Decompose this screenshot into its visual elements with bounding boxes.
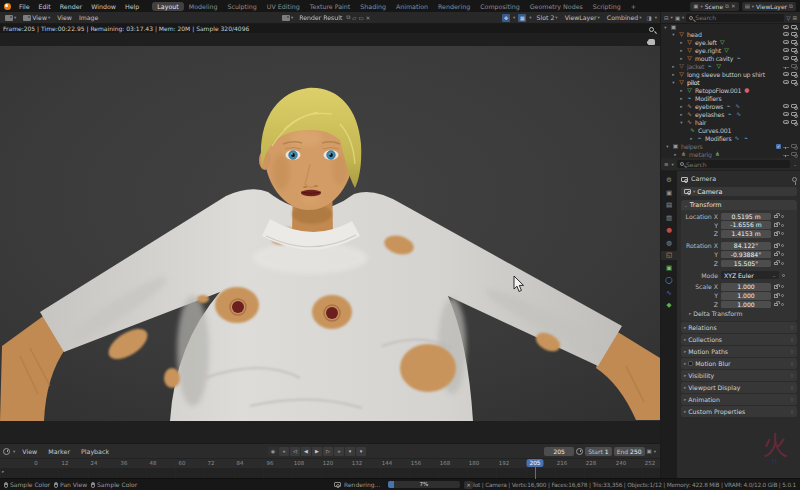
scene-selector[interactable]: ▣ ▾ Scene ⧉ ✕ [690, 2, 738, 11]
tab-data[interactable]: ◆ [661, 301, 677, 310]
camera-toggle-icon[interactable] [791, 104, 797, 109]
eye-icon[interactable] [783, 112, 789, 116]
eye-icon[interactable] [783, 56, 789, 60]
mode-selector[interactable]: View ▾ [21, 13, 52, 23]
disclosure-icon[interactable]: ▸ [679, 112, 684, 117]
drag-handle-icon[interactable]: ⠿ [790, 409, 794, 415]
tab-texture-paint[interactable]: Texture Paint [305, 2, 356, 11]
pass-selector[interactable]: Combined ▾ [605, 13, 644, 23]
pin-icon[interactable] [792, 177, 797, 182]
location-y-field[interactable]: -1.6556 m [721, 221, 771, 229]
lock-icon[interactable] [774, 223, 778, 227]
menu-help[interactable]: Help [121, 3, 143, 10]
editor-type-button[interactable]: ▾ [3, 13, 18, 23]
scale-y-field[interactable]: 1.000 [721, 292, 771, 300]
camera-toggle-icon[interactable] [791, 25, 797, 30]
disclosure-icon[interactable]: ▸ [671, 64, 676, 69]
scale-z-field[interactable]: 1.000 [721, 301, 771, 309]
folder-icon[interactable]: ▭ [359, 15, 364, 21]
tab-world[interactable]: ◍ [661, 239, 677, 248]
timeline-menu-playback[interactable]: Playback [77, 448, 113, 455]
lock-icon[interactable] [774, 262, 778, 266]
filter-icon[interactable]: ▽ [786, 15, 790, 21]
sync-dropdown[interactable]: ▾ [345, 447, 355, 456]
eye-icon[interactable] [783, 120, 789, 124]
eye-icon[interactable] [783, 104, 789, 108]
outliner-row[interactable]: ▸ ▽ eye.left ▽ [661, 38, 800, 46]
lock-icon[interactable] [774, 253, 778, 257]
scale-x-field[interactable]: 1.000 [721, 283, 771, 291]
tab-object[interactable]: ◱ [661, 251, 677, 260]
rotation-x-field[interactable]: 84.122° [721, 242, 771, 250]
jump-to-start-button[interactable]: « [279, 447, 289, 456]
camera-toggle-icon[interactable] [791, 144, 797, 149]
blender-logo-icon[interactable] [4, 3, 11, 10]
outliner-search[interactable] [686, 14, 784, 22]
location-x-field[interactable]: 0.5195 m [721, 213, 771, 221]
play-button[interactable]: ▶ [312, 447, 322, 456]
tab-compositing[interactable]: Compositing [475, 2, 524, 11]
panel-custom-properties[interactable]: ▸ Custom Properties ⠿ [681, 406, 797, 417]
disclosure-icon[interactable]: ▾ [671, 80, 676, 85]
disclosure-icon[interactable]: ▸ [679, 56, 684, 61]
drag-handle-icon[interactable]: ⠿ [790, 373, 794, 379]
camera-toggle-icon[interactable] [791, 80, 797, 85]
disclosure-icon[interactable]: ▸ [673, 152, 678, 157]
panel-animation[interactable]: ▸ Animation ⠿ [681, 394, 797, 405]
location-z-field[interactable]: 1.4153 m [721, 230, 771, 238]
disclosure-icon[interactable]: ▸ [679, 48, 684, 53]
panel-visibility[interactable]: ▸ Visibility ⠿ [681, 370, 797, 381]
lock-icon[interactable] [774, 215, 778, 219]
tab-view-layer[interactable]: ▥ [661, 214, 677, 223]
eye-icon[interactable] [783, 80, 789, 84]
disclosure-icon[interactable]: ▾ [663, 25, 668, 30]
outliner-row[interactable]: ▸ ▽ RetopoFlow.001 ● [661, 86, 800, 94]
tab-uv-editing[interactable]: UV Editing [262, 2, 305, 11]
lock-icon[interactable] [774, 232, 778, 236]
camera-toggle-icon[interactable] [791, 48, 797, 53]
tab-modeling[interactable]: Modeling [184, 2, 223, 11]
add-workspace-button[interactable]: + [626, 2, 641, 11]
lock-icon[interactable] [774, 244, 778, 248]
camera-toggle-icon[interactable] [791, 40, 797, 45]
properties-search-input[interactable] [686, 161, 787, 168]
prev-keyframe-button[interactable]: ◁ [290, 447, 300, 456]
unlink-image-icon[interactable]: ✕ [366, 15, 371, 21]
tab-output[interactable]: ▤ [661, 201, 677, 210]
outliner-row[interactable]: ▾ ▽ head [661, 30, 800, 38]
slot-selector[interactable]: Slot 2 ▾ [535, 13, 560, 23]
panel-motion-paths[interactable]: ▸ Motion Paths ⠿ [681, 346, 797, 357]
layer-selector[interactable]: ViewLayer ▾ [563, 13, 602, 23]
delta-transform-row[interactable]: ▸ Delta Transform [681, 309, 795, 318]
menu-edit[interactable]: Edit [35, 3, 55, 10]
panel-collections[interactable]: ▸ Collections ⠿ [681, 334, 797, 345]
play-reverse-button[interactable]: ◀ [301, 447, 311, 456]
tab-shading[interactable]: Shading [355, 2, 391, 11]
end-frame-field[interactable]: End 250 [614, 447, 645, 456]
timeline-ruler[interactable]: 0 12 24 36 48 60 72 84 96 108 120 132 14… [0, 458, 660, 468]
outliner-display-mode-icon[interactable]: ⊟ [664, 15, 669, 21]
lock-icon[interactable] [774, 285, 778, 289]
current-frame-field[interactable]: 205 [544, 447, 574, 456]
outliner-row[interactable]: ▸ ▽ jacket ⌁ ▽ [661, 62, 800, 70]
next-keyframe-button[interactable]: ▷ [323, 447, 333, 456]
outliner-row[interactable]: ∿ Curves.001 [661, 126, 800, 134]
animate-dot-icon[interactable] [782, 274, 785, 277]
auto-keying-button[interactable]: ◉ [268, 447, 278, 456]
collection-checkbox[interactable]: ✓ [776, 144, 781, 149]
outliner-row[interactable]: ▸ ∿ eyebrows ⌁ ∿ [661, 102, 800, 110]
properties-editor-icon[interactable]: ≡ [664, 161, 669, 167]
eye-icon[interactable] [783, 40, 789, 44]
outliner-row[interactable]: ▸ ⌁ Modifiers [661, 94, 800, 102]
outliner-row[interactable]: ▸ ▽ mouth cavity ⌁ [661, 54, 800, 62]
tab-tool[interactable]: ⚙ [661, 176, 677, 185]
camera-toggle-icon[interactable] [791, 120, 797, 125]
outliner-scene-icon[interactable]: ▣ [675, 15, 680, 21]
transform-panel-header[interactable]: ⌄ Transform [681, 200, 797, 210]
animate-dot-icon[interactable] [781, 294, 784, 297]
outliner-row[interactable]: ▸ ⋔ metarig ⋔ [661, 150, 800, 158]
outliner-row[interactable]: ▾ ∿ hair [661, 118, 800, 126]
zoom-icon[interactable] [649, 27, 654, 32]
gizmo-icon[interactable]: ✥ [502, 14, 510, 22]
pan-hand-icon[interactable] [648, 39, 655, 45]
